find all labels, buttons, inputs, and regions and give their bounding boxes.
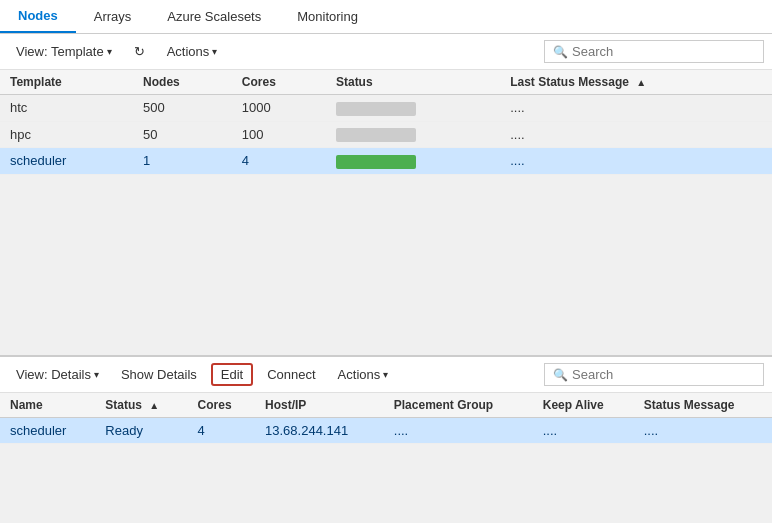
cell-nodes: 1 <box>133 148 232 175</box>
tab-nodes[interactable]: Nodes <box>0 0 76 33</box>
cell-cores: 1000 <box>232 95 326 122</box>
cell-nodes: 500 <box>133 95 232 122</box>
lower-cell-name: scheduler <box>0 418 95 444</box>
upper-toolbar: View: Template ▾ ↻ Actions ▾ 🔍 <box>0 34 772 70</box>
lower-actions-chevron: ▾ <box>383 369 388 380</box>
view-details-button[interactable]: View: Details ▾ <box>8 363 107 386</box>
cell-template: scheduler <box>0 148 133 175</box>
cell-status <box>326 148 500 175</box>
cell-template: hpc <box>0 121 133 148</box>
actions-chevron: ▾ <box>212 46 217 57</box>
lower-toolbar: View: Details ▾ Show Details Edit Connec… <box>0 355 772 393</box>
lower-col-status[interactable]: Status ▲ <box>95 393 187 418</box>
connect-label: Connect <box>267 367 315 382</box>
view-details-chevron: ▾ <box>94 369 99 380</box>
search-input[interactable] <box>572 44 755 59</box>
top-tabs: Nodes Arrays Azure Scalesets Monitoring <box>0 0 772 34</box>
lower-cell-status-message: .... <box>634 418 772 444</box>
edit-label: Edit <box>221 367 243 382</box>
lower-cell-cores: 4 <box>188 418 255 444</box>
view-template-label: View: Template <box>16 44 104 59</box>
table-row[interactable]: scheduler 1 4 .... <box>0 148 772 175</box>
lower-actions-button[interactable]: Actions ▾ <box>330 363 397 386</box>
lower-col-keep-alive: Keep Alive <box>533 393 634 418</box>
lower-table-header-row: Name Status ▲ Cores Host/IP Placement Gr… <box>0 393 772 418</box>
cell-cores: 4 <box>232 148 326 175</box>
lower-actions-label: Actions <box>338 367 381 382</box>
lower-table-section: Name Status ▲ Cores Host/IP Placement Gr… <box>0 393 772 444</box>
edit-button[interactable]: Edit <box>211 363 253 386</box>
lower-search-container: 🔍 <box>544 363 764 386</box>
lower-cell-keep-alive: .... <box>533 418 634 444</box>
lower-col-status-message: Status Message <box>634 393 772 418</box>
lower-cell-placement-group: .... <box>384 418 533 444</box>
col-nodes: Nodes <box>133 70 232 95</box>
lower-search-input[interactable] <box>572 367 755 382</box>
refresh-icon: ↻ <box>134 44 145 59</box>
show-details-label: Show Details <box>121 367 197 382</box>
lower-col-cores: Cores <box>188 393 255 418</box>
sort-arrow: ▲ <box>636 77 646 88</box>
tab-arrays[interactable]: Arrays <box>76 0 150 33</box>
table-row[interactable]: htc 500 1000 .... <box>0 95 772 122</box>
cell-message: .... <box>500 95 772 122</box>
tab-azure-scalesets[interactable]: Azure Scalesets <box>149 0 279 33</box>
actions-button[interactable]: Actions ▾ <box>159 40 226 63</box>
col-template: Template <box>0 70 133 95</box>
search-container: 🔍 <box>544 40 764 63</box>
connect-button[interactable]: Connect <box>259 363 323 386</box>
lower-col-host-ip: Host/IP <box>255 393 384 418</box>
cell-cores: 100 <box>232 121 326 148</box>
cell-message: .... <box>500 148 772 175</box>
search-icon: 🔍 <box>553 45 568 59</box>
cell-message: .... <box>500 121 772 148</box>
col-status: Status <box>326 70 500 95</box>
upper-table-header-row: Template Nodes Cores Status Last Status … <box>0 70 772 95</box>
lower-table: Name Status ▲ Cores Host/IP Placement Gr… <box>0 393 772 444</box>
col-last-status-message[interactable]: Last Status Message ▲ <box>500 70 772 95</box>
actions-label: Actions <box>167 44 210 59</box>
lower-col-placement-group: Placement Group <box>384 393 533 418</box>
show-details-button[interactable]: Show Details <box>113 363 205 386</box>
upper-table: Template Nodes Cores Status Last Status … <box>0 70 772 175</box>
col-cores: Cores <box>232 70 326 95</box>
cell-status <box>326 95 500 122</box>
cell-nodes: 50 <box>133 121 232 148</box>
view-template-button[interactable]: View: Template ▾ <box>8 40 120 63</box>
table-row[interactable]: hpc 50 100 .... <box>0 121 772 148</box>
lower-search-icon: 🔍 <box>553 368 568 382</box>
refresh-button[interactable]: ↻ <box>126 40 153 63</box>
lower-cell-status: Ready <box>95 418 187 444</box>
view-details-label: View: Details <box>16 367 91 382</box>
upper-table-section: Template Nodes Cores Status Last Status … <box>0 70 772 355</box>
view-template-chevron: ▾ <box>107 46 112 57</box>
lower-col-name: Name <box>0 393 95 418</box>
tab-monitoring[interactable]: Monitoring <box>279 0 376 33</box>
lower-cell-host-ip: 13.68.244.141 <box>255 418 384 444</box>
cell-status <box>326 121 500 148</box>
lower-sort-arrow: ▲ <box>149 400 159 411</box>
cell-template: htc <box>0 95 133 122</box>
lower-table-row[interactable]: scheduler Ready 4 13.68.244.141 .... ...… <box>0 418 772 444</box>
